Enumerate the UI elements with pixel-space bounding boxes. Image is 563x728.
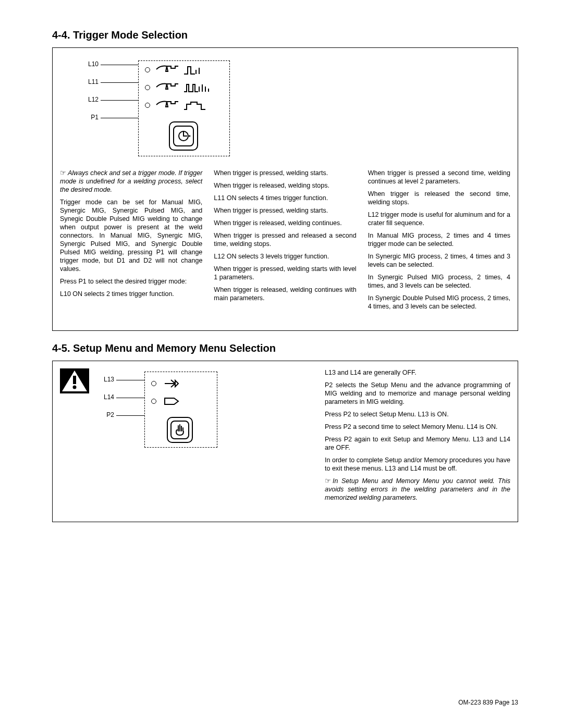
body-text: L13 and L14 are generally OFF. — [325, 368, 510, 377]
note-text: ☞Always check and set a trigger mode. If… — [60, 169, 202, 194]
arrow-right-icon — [164, 378, 179, 389]
body-text: In Synergic MIG process, 2 times, 4 time… — [368, 252, 510, 269]
body-text: L10 ON selects 2 times trigger function. — [60, 290, 202, 298]
column-2: When trigger is pressed, welding starts.… — [214, 169, 356, 315]
body-text: P2 selects the Setup Menu and the advanc… — [325, 381, 510, 406]
led-icon — [151, 381, 156, 386]
body-text: When trigger is pressed a second time, w… — [368, 169, 510, 186]
label-l10: L10 — [81, 60, 99, 68]
body-text: L12 trigger mode is useful for aluminum … — [368, 211, 510, 227]
body-text: When trigger is released, welding contin… — [214, 286, 356, 302]
led-icon — [145, 85, 150, 90]
body-text: Trigger mode can be set for Manual MIG, … — [60, 198, 202, 273]
figure-trigger-panel: L10 L11 L12 P1 — [81, 57, 242, 162]
svg-rect-2 — [73, 376, 76, 384]
body-text: In Synergic Pulsed MIG process, 2 times,… — [368, 273, 510, 290]
label-l11: L11 — [81, 78, 99, 85]
body-text: In Synergic Double Pulsed MIG process, 2… — [368, 294, 510, 311]
section-4-5-text: L13 and L14 are generally OFF. P2 select… — [325, 368, 510, 506]
mig-gun-icon — [155, 64, 178, 76]
label-l12: L12 — [81, 96, 99, 103]
body-text: When trigger is pressed, welding starts. — [214, 206, 356, 215]
p1-button[interactable] — [169, 121, 198, 151]
led-icon — [145, 67, 150, 72]
pointer-icon: ☞ — [325, 477, 331, 485]
trigger-mode-panel — [138, 60, 230, 156]
section-4-5-title: 4-5. Setup Menu and Memory Menu Selectio… — [52, 342, 518, 354]
trigger-row-4t — [145, 82, 210, 93]
tag-icon — [164, 396, 179, 406]
column-3: When trigger is pressed a second time, w… — [368, 169, 510, 315]
mig-gun-icon — [155, 82, 178, 93]
led-icon — [151, 399, 156, 404]
svg-point-3 — [73, 386, 77, 389]
pulse-2t-icon — [183, 65, 204, 75]
section-4-4-title: 4-4. Trigger Mode Selection — [52, 29, 518, 41]
body-text: When trigger is released, welding contin… — [214, 219, 356, 227]
body-text: Press P2 again to exit Setup and Memory … — [325, 435, 510, 452]
column-1: ☞Always check and set a trigger mode. If… — [60, 169, 202, 315]
pulse-4t-icon — [183, 82, 210, 93]
label-l14: L14 — [96, 393, 114, 401]
note-text: ☞In Setup Menu and Memory Menu you canno… — [325, 477, 510, 502]
p2-button[interactable] — [167, 417, 193, 443]
setup-row — [151, 378, 179, 389]
body-text: In Manual MIG process, 2 times and 4 tim… — [368, 231, 510, 248]
mig-gun-icon — [155, 100, 178, 111]
body-text: When trigger is pressed, welding starts … — [214, 265, 356, 281]
section-4-4-box: L10 L11 L12 P1 — [52, 47, 518, 331]
body-text: In order to complete Setup and/or Memory… — [325, 456, 510, 473]
warning-icon — [60, 368, 89, 393]
body-text: L11 ON selects 4 times trigger function. — [214, 194, 356, 202]
label-p1: P1 — [81, 114, 99, 121]
pulse-3level-icon — [183, 100, 206, 110]
setup-menu-panel — [144, 372, 217, 448]
body-text: When trigger is pressed, welding starts. — [214, 169, 356, 177]
led-icon — [145, 103, 150, 108]
page-footer: OM-223 839 Page 13 — [458, 699, 518, 706]
label-p2: P2 — [96, 411, 114, 418]
body-text: When trigger is pressed and released a s… — [214, 231, 356, 248]
figure-setup-panel: L13 L14 P2 — [96, 368, 222, 452]
memory-row — [151, 396, 179, 406]
hand-press-icon — [174, 424, 186, 436]
label-l13: L13 — [96, 376, 114, 383]
section-4-4-columns: ☞Always check and set a trigger mode. If… — [60, 169, 510, 315]
trigger-row-2t — [145, 64, 204, 76]
body-text: Press P2 to select Setup Menu. L13 is ON… — [325, 410, 510, 418]
trigger-cycle-icon — [177, 129, 190, 143]
body-text: When trigger is released the second time… — [368, 190, 510, 206]
body-text: Press P1 to select the desired trigger m… — [60, 277, 202, 286]
section-4-5-box: L13 L14 P2 — [52, 361, 518, 522]
body-text: Press P2 a second time to select Memory … — [325, 423, 510, 431]
trigger-row-3l — [145, 100, 206, 111]
body-text: When trigger is released, welding stops. — [214, 181, 356, 190]
pointer-icon: ☞ — [60, 169, 66, 177]
body-text: L12 ON selects 3 levels trigger function… — [214, 252, 356, 261]
